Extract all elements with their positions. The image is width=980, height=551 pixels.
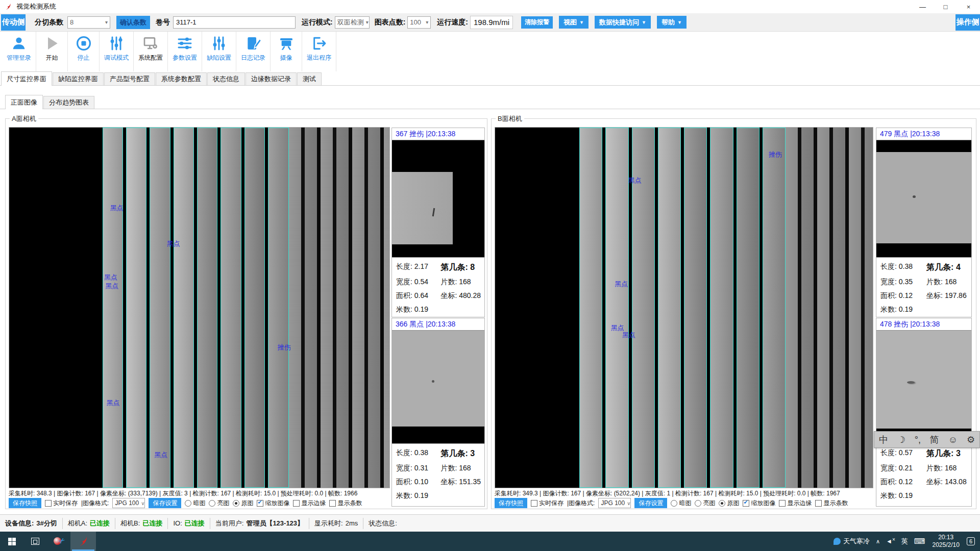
defect-panel[interactable]: 366 黑点 |20:13:38 长度: 0.38 第几条: 3 宽度: 0.3… (391, 318, 485, 507)
camera-b-title: B面相机 (496, 114, 524, 123)
operate-side-button[interactable]: 操作侧 (955, 14, 980, 31)
emoji-icon[interactable]: ☺ (948, 435, 958, 444)
param-settings-button[interactable]: 参数设置 (168, 32, 202, 71)
tab-status-info[interactable]: 状态信息 (207, 72, 245, 85)
run-speed-value: 198.9m/mi (470, 16, 513, 29)
clear-alarm-button[interactable]: 清除报警 (521, 16, 553, 29)
admin-login-button[interactable]: 管理登录 (2, 32, 36, 71)
help-menu-button[interactable]: 帮助▼ (657, 16, 687, 29)
camera-icon (278, 35, 295, 52)
minimize-button[interactable]: — (911, 0, 934, 13)
defect-panel[interactable]: 367 挫伤 |20:13:38 长度: 2.17 第几条: 8 宽度: 0.5… (391, 128, 485, 317)
moon-icon[interactable]: ☽ (897, 435, 905, 444)
tab-test[interactable]: 测试 (297, 72, 322, 85)
defect-thumbnail[interactable] (876, 140, 971, 258)
simplified-chinese-icon[interactable]: 简 (930, 435, 939, 444)
stop-button[interactable]: 停止 (68, 32, 100, 71)
zoom-image-checkbox[interactable]: 缩放图像 (257, 499, 289, 508)
monitor-gear-icon (142, 35, 159, 52)
roll-number-input[interactable] (173, 16, 296, 29)
defect-fields: 长度: 0.38 第几条: 4 宽度: 0.35 片数: 168 面积: 0.1… (876, 258, 971, 314)
camera-b-image[interactable]: 挫伤黑点黑点黑点黑点 (495, 127, 873, 488)
vision-app-taskbar-button[interactable] (70, 532, 96, 551)
show-strips-checkbox[interactable]: 显示条数 (815, 499, 848, 508)
snipping-tool-button[interactable]: ✂ (47, 532, 70, 551)
strip-zone (579, 128, 786, 488)
camera-a-group: A面相机 黑点黑点黑点黑点挫伤黑点黑点 367 挫伤 |20:13:38 长度:… (5, 118, 487, 509)
capture-button[interactable]: 摄像 (271, 32, 302, 71)
data-quick-access-button[interactable]: 数据快捷访问▼ (595, 16, 651, 29)
defect-header: 478 挫伤 |20:13:38 (876, 318, 971, 331)
tab-product-config[interactable]: 产品型号配置 (104, 72, 155, 85)
tab-edge-data[interactable]: 边缘数据记录 (246, 72, 297, 85)
save-snapshot-button[interactable]: 保存快照 (9, 498, 41, 508)
image-format-select[interactable]: JPG 100∨ (112, 498, 145, 508)
maximize-button[interactable]: □ (934, 0, 957, 13)
defect-image-label: 黑点 (615, 280, 628, 289)
defect-fields: 长度: 0.57 第几条: 3 宽度: 0.21 片数: 168 面积: 0.1… (876, 444, 971, 500)
image-format-select[interactable]: JPG 100∨ (598, 498, 631, 508)
save-snapshot-button[interactable]: 保存快照 (495, 498, 527, 508)
camera-a-image[interactable]: 黑点黑点黑点黑点挫伤黑点黑点 (9, 127, 390, 488)
volume-muted-icon[interactable]: ◄× (883, 532, 898, 551)
defect-image-label: 黑点 (110, 204, 124, 213)
chart-points-select[interactable]: 100▾ (407, 16, 431, 29)
zoom-image-checkbox[interactable]: 缩放图像 (743, 499, 775, 508)
debug-mode-button[interactable]: 调试模式 (100, 32, 134, 71)
slit-count-select[interactable]: 8▾ (67, 16, 110, 29)
defect-thumbnail[interactable] (876, 331, 971, 444)
defect-thumbnail[interactable] (392, 140, 484, 258)
dropdown-arrow-icon: ▼ (642, 20, 646, 25)
show-edges-checkbox[interactable]: 显示边缘 (779, 499, 812, 508)
original-image-radio[interactable]: 原图 (233, 499, 253, 508)
tab-size-monitor[interactable]: 尺寸监控界面 (1, 71, 52, 86)
taskbar-clock[interactable]: 20:132025/2/10 (928, 532, 963, 551)
bright-image-radio[interactable]: 亮图 (695, 499, 715, 508)
task-view-button[interactable] (23, 532, 47, 551)
image-format-label: |图像格式: (567, 499, 595, 508)
system-config-button[interactable]: 系统配置 (134, 32, 168, 71)
tab-defect-monitor[interactable]: 缺陷监控界面 (53, 72, 104, 85)
dark-image-radio[interactable]: 暗图 (185, 499, 205, 508)
confirm-count-button[interactable]: 确认条数 (116, 16, 150, 29)
defect-header: 367 挫伤 |20:13:38 (392, 128, 484, 140)
tab-system-params[interactable]: 系统参数配置 (156, 72, 207, 85)
realtime-save-checkbox[interactable]: 实时保存 (531, 499, 564, 508)
main-tab-bar: 尺寸监控界面 缺陷监控界面 产品型号配置 系统参数配置 状态信息 边缘数据记录 … (0, 71, 980, 86)
dark-image-radio[interactable]: 暗图 (671, 499, 691, 508)
show-edges-checkbox[interactable]: 显示边缘 (293, 499, 326, 508)
touch-keyboard-icon[interactable]: ⌨ (911, 532, 928, 551)
radio-icon (719, 500, 725, 507)
bright-image-radio[interactable]: 亮图 (209, 499, 229, 508)
subtab-front-image[interactable]: 正面图像 (5, 95, 43, 109)
start-button[interactable]: 开始 (36, 32, 68, 71)
defect-panel[interactable]: 478 挫伤 |20:13:38 长度: 0.57 第几条: 3 宽度: 0.2… (876, 318, 972, 507)
drive-side-button[interactable]: 传动侧 (1, 14, 26, 31)
defect-panel[interactable]: 479 黑点 |20:13:38 长度: 0.38 第几条: 4 宽度: 0.3… (876, 128, 972, 317)
input-language-indicator[interactable]: 英 (898, 532, 911, 551)
defect-settings-button[interactable]: 缺陷设置 (202, 32, 236, 71)
exit-program-button[interactable]: 退出程序 (302, 32, 336, 71)
original-image-radio[interactable]: 原图 (719, 499, 739, 508)
run-mode-select[interactable]: 双面检测▾ (335, 16, 370, 29)
realtime-save-checkbox[interactable]: 实时保存 (45, 499, 78, 508)
punctuation-icon[interactable]: °, (915, 435, 921, 444)
start-button[interactable] (0, 532, 23, 551)
save-settings-button[interactable]: 保存设置 (149, 498, 181, 508)
vertical-sliders-icon (211, 35, 227, 52)
subtab-trend-chart[interactable]: 分布趋势图表 (43, 96, 94, 109)
checkbox-icon (779, 500, 786, 507)
weather-widget[interactable]: 天气寒冷 (830, 532, 873, 551)
defect-thumbnail[interactable] (392, 331, 484, 444)
show-strips-checkbox[interactable]: 显示条数 (329, 499, 362, 508)
ime-settings-gear-icon[interactable]: ⚙ (967, 435, 975, 444)
camera-a-controls: 保存快照 实时保存 |图像格式: JPG 100∨ 保存设置 暗图 亮图 原图 … (9, 497, 362, 509)
tray-overflow-button[interactable]: ∧ (873, 532, 883, 551)
close-button[interactable]: × (957, 0, 980, 13)
defect-fields: 长度: 2.17 第几条: 8 宽度: 0.54 片数: 168 面积: 0.6… (392, 258, 484, 314)
ime-lang-chinese[interactable]: 中 (879, 435, 888, 444)
save-settings-button[interactable]: 保存设置 (634, 498, 667, 508)
view-menu-button[interactable]: 视图▼ (559, 16, 589, 29)
notification-center-button[interactable]: 6 (964, 532, 980, 551)
log-record-button[interactable]: 日志记录 (236, 32, 271, 71)
